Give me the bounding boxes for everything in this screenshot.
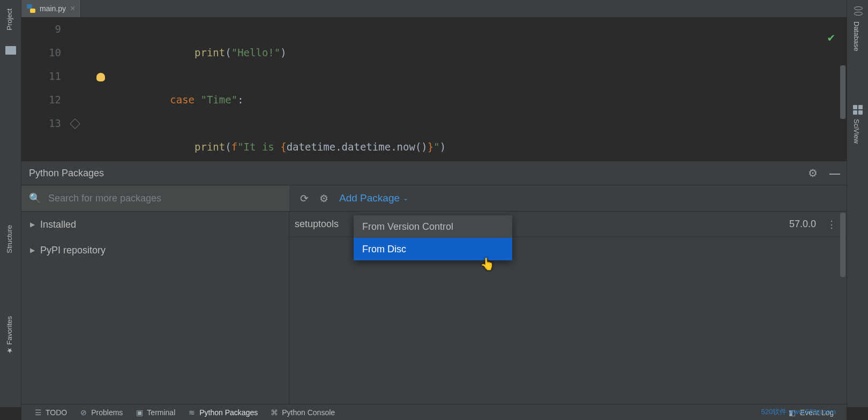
watermark-text: 520软件 www.520rj.com [761, 407, 836, 417]
menu-from-vcs[interactable]: From Version Control [354, 215, 512, 238]
terminal-icon: ▣ [136, 409, 143, 416]
minimize-icon[interactable]: — [829, 167, 839, 179]
packages-icon: ≋ [188, 409, 196, 416]
menu-from-disc[interactable]: From Disc [354, 238, 512, 260]
bottom-problems[interactable]: ⊘Problems [74, 406, 128, 419]
tree-pypi[interactable]: ▶ PyPI repository [21, 237, 289, 263]
warning-icon: ⊘ [80, 409, 87, 416]
editor-area: main.py × 9 10 11 12 13 print("Hello!") … [21, 0, 847, 161]
search-icon: 🔍 [29, 192, 41, 204]
bottom-todo[interactable]: ☰TODO [29, 406, 72, 419]
right-tool-rail: Database SciView [847, 0, 868, 407]
database-icon[interactable] [853, 6, 863, 16]
sciview-icon[interactable] [853, 105, 863, 115]
list-icon: ☰ [34, 409, 42, 416]
add-package-button[interactable]: Add Package ⌄ [339, 192, 408, 204]
editor-tabbar: main.py × [21, 0, 847, 17]
line-gutter: 9 10 11 12 13 [21, 17, 75, 161]
search-box[interactable]: 🔍 [21, 185, 289, 211]
tool-structure[interactable]: Structure [5, 225, 13, 253]
editor-scrollbar[interactable] [840, 65, 845, 119]
tree-column: ▶ Installed ▶ PyPI repository [21, 212, 289, 407]
tab-filename: main.py [40, 4, 66, 13]
panel-toolbar: 🔍 ⟳ ⚙ Add Package ⌄ [21, 185, 847, 212]
chevron-down-icon: ⌄ [403, 194, 408, 202]
bottom-python-console[interactable]: ⌘Python Console [265, 406, 340, 419]
tool-favorites[interactable]: ★ Favorites [5, 316, 13, 355]
expand-icon: ▶ [30, 246, 35, 254]
package-version: 57.0.0 [789, 219, 816, 230]
tool-database[interactable]: Database [852, 21, 860, 51]
search-input[interactable] [48, 193, 282, 204]
tree-installed[interactable]: ▶ Installed [21, 212, 289, 237]
python-file-icon [27, 4, 35, 13]
refresh-icon[interactable]: ⟳ [300, 192, 309, 205]
panel-title-row: Python Packages ⚙ — [21, 161, 847, 185]
inspection-ok-icon[interactable]: ✔ [828, 26, 835, 49]
gear-icon[interactable]: ⚙ [808, 167, 818, 179]
expand-icon: ▶ [30, 221, 35, 228]
more-icon[interactable]: ⋮ [827, 219, 837, 230]
detail-scrollbar[interactable] [840, 213, 845, 277]
intention-bulb-icon[interactable] [96, 73, 105, 81]
folder-icon [5, 46, 16, 55]
bottom-toolbar: ☰TODO ⊘Problems ▣Terminal ≋Python Packag… [21, 404, 847, 420]
python-packages-panel: Python Packages ⚙ — 🔍 ⟳ ⚙ Add Package ⌄ … [21, 161, 847, 407]
add-package-menu: From Version Control From Disc [354, 215, 512, 260]
code-body[interactable]: 9 10 11 12 13 print("Hello!") case "Time… [21, 17, 847, 161]
bottom-python-packages[interactable]: ≋Python Packages [183, 406, 263, 419]
code-lines[interactable]: print("Hello!") case "Time": print(f"It … [75, 17, 847, 161]
tool-sciview[interactable]: SciView [852, 119, 860, 144]
panel-title: Python Packages [29, 168, 104, 179]
tool-project[interactable]: Project [5, 9, 13, 30]
bottom-terminal[interactable]: ▣Terminal [130, 406, 181, 419]
close-icon[interactable]: × [70, 4, 75, 13]
python-icon: ⌘ [271, 409, 278, 416]
editor-tab-main[interactable]: main.py × [21, 0, 81, 17]
settings-icon[interactable]: ⚙ [319, 192, 328, 205]
left-tool-rail: Project Structure ★ Favorites [0, 0, 21, 407]
